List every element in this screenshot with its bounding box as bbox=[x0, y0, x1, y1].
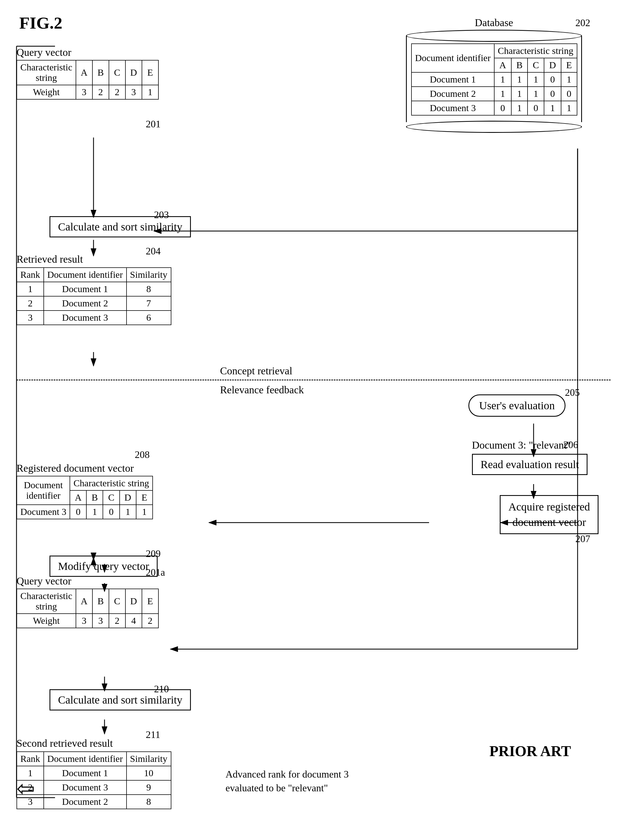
db-row2-b: 1 bbox=[511, 87, 528, 101]
qv-col-a: A bbox=[76, 60, 92, 85]
doc3-relevant-label: Document 3: "relevant" bbox=[472, 439, 571, 451]
db-row2-a: 1 bbox=[494, 87, 511, 101]
qv2-w-a: 3 bbox=[76, 614, 92, 628]
sr-r1-doc: Document 1 bbox=[44, 766, 127, 780]
qv2-col-b: B bbox=[92, 589, 109, 614]
ref-203: 203 bbox=[154, 209, 169, 221]
ref-206: 206 bbox=[563, 439, 578, 451]
rd-col-docid: Documentidentifier bbox=[17, 476, 70, 505]
retrieved-result-section: Retrieved result Rank Document identifie… bbox=[17, 253, 171, 325]
rd-row-1: Document 3 0 1 0 1 1 bbox=[17, 505, 153, 519]
query-vector2-section: Query vector Characteristicstring A B C … bbox=[17, 575, 159, 628]
ref-208: 208 bbox=[135, 449, 150, 460]
rd-r1-e: 1 bbox=[136, 505, 153, 519]
db-row2-id: Document 2 bbox=[412, 87, 494, 101]
rr-r3-sim: 6 bbox=[127, 311, 171, 325]
second-retrieved-table: Rank Document identifier Similarity 1 Do… bbox=[17, 751, 171, 809]
qv2-col-d: D bbox=[125, 589, 142, 614]
rd-col-e: E bbox=[136, 490, 153, 505]
db-row2-e: 0 bbox=[561, 87, 577, 101]
ref-207: 207 bbox=[575, 533, 590, 544]
reg-doc-label: Registered document vector bbox=[17, 462, 153, 474]
db-col-a: A bbox=[494, 58, 511, 72]
qv-col-e: E bbox=[142, 60, 158, 85]
db-row1-b: 1 bbox=[511, 72, 528, 87]
qv-w-e: 1 bbox=[142, 85, 158, 99]
database-section: Database Document identifier Characteris… bbox=[406, 17, 582, 133]
qv-w-d: 3 bbox=[125, 85, 142, 99]
sr-row-3: 3 Document 2 8 bbox=[17, 795, 171, 809]
sr-col-rank: Rank bbox=[17, 752, 44, 766]
modify-section: Modify query vector bbox=[50, 555, 158, 577]
qv-char-label: Characteristicstring bbox=[17, 60, 76, 85]
db-row-1: Document 1 1 1 1 0 1 bbox=[412, 72, 577, 87]
qv2-col-a: A bbox=[76, 589, 92, 614]
ref-210: 210 bbox=[154, 683, 169, 695]
rr-r2-sim: 7 bbox=[127, 296, 171, 311]
query-vector2-table: Characteristicstring A B C D E Weight 3 … bbox=[17, 588, 159, 628]
db-col-e: E bbox=[561, 58, 577, 72]
rd-r1-id: Document 3 bbox=[17, 505, 70, 519]
sr-r1-sim: 10 bbox=[127, 766, 171, 780]
calc-sort-box-1: Calculate and sort similarity bbox=[50, 216, 191, 237]
modify-label: Modify query vector bbox=[50, 555, 158, 577]
db-col-charstr: Characteristic string bbox=[494, 44, 577, 58]
users-eval-label: User's evaluation bbox=[468, 394, 565, 417]
qv2-col-e: E bbox=[142, 589, 158, 614]
second-retrieved-section: Second retrieved result Rank Document id… bbox=[17, 737, 171, 809]
sr-r3-sim: 8 bbox=[127, 795, 171, 809]
db-row3-id: Document 3 bbox=[412, 101, 494, 115]
db-row1-c: 1 bbox=[527, 72, 544, 87]
prior-art-label: PRIOR ART bbox=[489, 743, 571, 760]
reg-doc-table: Documentidentifier Characteristic string… bbox=[17, 476, 153, 519]
rr-col-sim: Similarity bbox=[127, 267, 171, 282]
database-label: Database bbox=[406, 17, 582, 28]
rr-row-3: 3 Document 3 6 bbox=[17, 311, 171, 325]
read-eval-section: Read evaluation result bbox=[472, 454, 587, 475]
rr-row-1: 1 Document 1 8 bbox=[17, 282, 171, 296]
sr-r3-doc: Document 2 bbox=[44, 795, 127, 809]
rr-r1-doc: Document 1 bbox=[44, 282, 127, 296]
db-col-c: C bbox=[527, 58, 544, 72]
db-row-2: Document 2 1 1 1 0 0 bbox=[412, 87, 577, 101]
rd-r1-b: 1 bbox=[86, 505, 103, 519]
qv-col-b: B bbox=[92, 60, 109, 85]
rd-col-charstr: Characteristic string bbox=[70, 476, 153, 490]
db-col-d: D bbox=[544, 58, 561, 72]
sr-row-2: 2 Document 3 9 bbox=[17, 780, 171, 795]
db-col-b: B bbox=[511, 58, 528, 72]
db-table-wrap: Document identifier Characteristic strin… bbox=[407, 44, 581, 119]
rr-col-docid: Document identifier bbox=[44, 267, 127, 282]
db-col-docid: Document identifier bbox=[412, 44, 494, 72]
qv-col-c: C bbox=[109, 60, 125, 85]
ref-205: 205 bbox=[565, 387, 580, 398]
database-cylinder: Document identifier Characteristic strin… bbox=[406, 30, 582, 133]
ref-204: 204 bbox=[146, 246, 161, 257]
concept-retrieval-label: Concept retrieval bbox=[220, 365, 293, 377]
rr-row-2: 2 Document 2 7 bbox=[17, 296, 171, 311]
db-row3-b: 1 bbox=[511, 101, 528, 115]
advanced-rank-note: Advanced rank for document 3evaluated to… bbox=[225, 767, 349, 795]
calc-sort-label-1: Calculate and sort similarity bbox=[50, 216, 191, 237]
db-row2-d: 0 bbox=[544, 87, 561, 101]
rr-r2-rank: 2 bbox=[17, 296, 44, 311]
qv2-w-b: 3 bbox=[92, 614, 109, 628]
qv2-weight-label: Weight bbox=[17, 614, 76, 628]
acquire-label: Acquire registereddocument vector bbox=[500, 495, 598, 534]
retrieved-result-table: Rank Document identifier Similarity 1 Do… bbox=[17, 267, 171, 325]
rd-col-a: A bbox=[70, 490, 86, 505]
fig-title: FIG.2 bbox=[19, 13, 63, 33]
qv-w-a: 3 bbox=[76, 85, 92, 99]
qv-w-b: 2 bbox=[92, 85, 109, 99]
db-row-3: Document 3 0 1 0 1 1 bbox=[412, 101, 577, 115]
sr-col-docid: Document identifier bbox=[44, 752, 127, 766]
qv2-col-c: C bbox=[109, 589, 125, 614]
rr-r3-rank: 3 bbox=[17, 311, 44, 325]
rd-r1-a: 0 bbox=[70, 505, 86, 519]
db-row3-d: 1 bbox=[544, 101, 561, 115]
qv-weight-label: Weight bbox=[17, 85, 76, 99]
acquire-section: Acquire registereddocument vector bbox=[500, 495, 598, 534]
rd-r1-c: 0 bbox=[103, 505, 119, 519]
advanced-rank-text: Advanced rank for document 3evaluated to… bbox=[225, 769, 349, 793]
home-arrow-icon: ⇦ bbox=[17, 776, 35, 801]
